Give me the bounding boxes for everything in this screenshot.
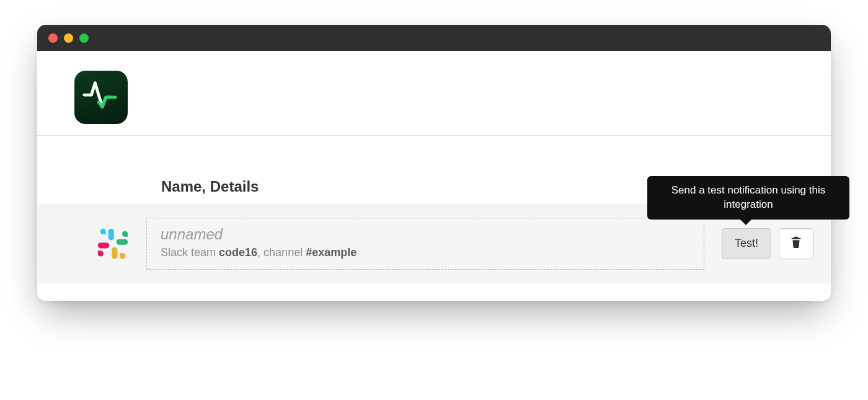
details-team: code16 xyxy=(219,246,257,259)
svg-rect-2 xyxy=(112,247,117,259)
window-minimize-button[interactable] xyxy=(64,33,73,43)
svg-rect-3 xyxy=(98,242,110,248)
integration-name-field[interactable]: unnamed Slack team code16, channel #exam… xyxy=(146,218,704,270)
window-zoom-button[interactable] xyxy=(79,33,89,43)
test-button[interactable]: Test! xyxy=(722,228,771,259)
delete-button[interactable] xyxy=(779,228,813,259)
app-window: Name, Details xyxy=(37,25,831,301)
test-button-tooltip: Send a test notification using this inte… xyxy=(647,176,849,220)
pulse-icon xyxy=(82,77,120,118)
slack-icon xyxy=(93,224,133,264)
row-actions: Send a test notification using this inte… xyxy=(722,228,813,259)
details-channel: #example xyxy=(306,246,356,259)
integration-name-value: unnamed xyxy=(161,226,690,244)
details-prefix: Slack team xyxy=(161,246,219,259)
app-logo xyxy=(74,71,128,124)
window-body: Name, Details xyxy=(37,51,831,301)
window-close-button[interactable] xyxy=(48,33,58,43)
page-header xyxy=(37,51,831,136)
integration-row: unnamed Slack team code16, channel #exam… xyxy=(37,204,831,283)
integration-details: Slack team code16, channel #example xyxy=(161,246,690,259)
details-mid: , channel xyxy=(257,246,306,259)
window-titlebar xyxy=(37,25,831,51)
svg-rect-1 xyxy=(117,239,128,244)
svg-rect-0 xyxy=(108,229,114,241)
trash-icon xyxy=(789,235,803,252)
integrations-section: Name, Details xyxy=(37,136,831,301)
